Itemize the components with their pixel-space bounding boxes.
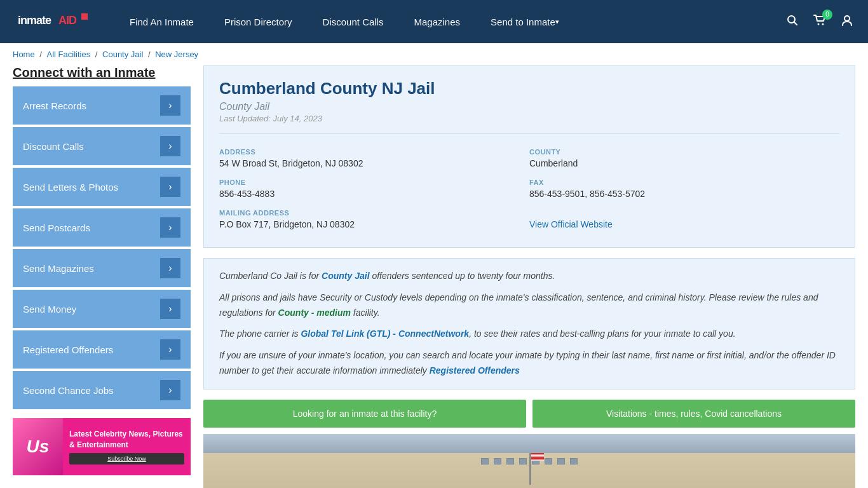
arrow-icon: › (160, 380, 180, 400)
sidebar-item-send-letters[interactable]: Send Letters & Photos › (13, 168, 191, 206)
breadcrumb-state[interactable]: New Jersey (155, 50, 198, 59)
search-button[interactable] (784, 12, 801, 32)
fax-value: 856-453-9501, 856-453-5702 (529, 189, 832, 199)
svg-marker-3 (81, 13, 88, 20)
sidebar-title: Connect with an Inmate (13, 65, 191, 80)
arrow-icon: › (160, 339, 180, 360)
nav-send-to-inmate[interactable]: Send to Inmate (475, 0, 574, 43)
facility-type: County Jail (219, 101, 839, 112)
sidebar: Connect with an Inmate Arrest Records › … (13, 65, 191, 488)
sidebar-item-discount-calls[interactable]: Discount Calls › (13, 127, 191, 165)
user-button[interactable] (839, 12, 855, 32)
county-value: Cumberland (529, 158, 832, 168)
cart-button[interactable]: 0 (811, 12, 829, 32)
arrow-icon: › (160, 299, 180, 319)
sidebar-item-send-magazines[interactable]: Send Magazines › (13, 249, 191, 287)
description-para4: If you are unsure of your inmate's locat… (219, 348, 839, 379)
description-para2: All prisons and jails have Security or C… (219, 290, 839, 321)
sidebar-label: Second Chance Jobs (23, 385, 114, 396)
nav-links: Find An Inmate Prison Directory Discount… (114, 0, 784, 43)
main-layout: Connect with an Inmate Arrest Records › … (0, 65, 868, 488)
facility-info-grid: ADDRESS 54 W Broad St, Bridgeton, NJ 083… (219, 133, 839, 234)
search-icon (787, 15, 798, 26)
main-nav: inmate AID Find An Inmate Prison Directo… (0, 0, 868, 43)
county-label: COUNTY (529, 148, 832, 156)
nav-icons: 0 (784, 12, 855, 32)
sidebar-item-second-chance-jobs[interactable]: Second Chance Jobs › (13, 371, 191, 409)
sidebar-label: Send Postcards (23, 222, 90, 233)
arrow-icon: › (160, 136, 180, 156)
facility-card: Cumberland County NJ Jail County Jail La… (203, 65, 855, 248)
content-area: Cumberland County NJ Jail County Jail La… (203, 65, 855, 488)
arrow-icon: › (160, 258, 180, 278)
svg-text:AID: AID (58, 14, 77, 27)
county-jail-link[interactable]: County Jail (322, 271, 369, 281)
ad-text: Latest Celebrity News, Pictures & Entert… (63, 424, 191, 470)
fax-label: FAX (529, 179, 832, 186)
arrow-icon: › (160, 95, 180, 116)
phone-cell: PHONE 856-453-4883 (219, 173, 529, 204)
svg-point-8 (844, 16, 850, 21)
fax-cell: FAX 856-453-9501, 856-453-5702 (529, 173, 839, 204)
address-label: ADDRESS (219, 148, 522, 156)
sidebar-ad[interactable]: Us Latest Celebrity News, Pictures & Ent… (13, 418, 191, 475)
ad-subscribe-button[interactable]: Subscribe Now (69, 453, 184, 465)
phone-carrier-link[interactable]: Global Tel Link (GTL) - ConnectNetwork (301, 329, 469, 339)
mailing-cell: MAILING ADDRESS P.O Box 717, Bridgeton, … (219, 204, 529, 234)
facility-image (203, 434, 855, 488)
sidebar-item-registered-offenders[interactable]: Registered Offenders › (13, 330, 191, 369)
nav-prison-directory[interactable]: Prison Directory (209, 0, 308, 43)
registered-offenders-link[interactable]: Registered Offenders (430, 365, 520, 376)
website-cell: View Official Website (529, 204, 839, 234)
mailing-value: P.O Box 717, Bridgeton, NJ 08302 (219, 219, 522, 229)
breadcrumb-all-facilities[interactable]: All Facilities (47, 50, 91, 59)
nav-magazines[interactable]: Magazines (398, 0, 475, 43)
official-website-link[interactable]: View Official Website (529, 219, 613, 229)
address-cell: ADDRESS 54 W Broad St, Bridgeton, NJ 083… (219, 143, 529, 173)
breadcrumb: Home / All Facilities / County Jail / Ne… (0, 43, 868, 65)
arrow-icon: › (160, 177, 180, 197)
sidebar-label: Send Magazines (23, 263, 94, 274)
svg-point-7 (822, 23, 824, 25)
breadcrumb-county-jail[interactable]: County Jail (102, 50, 143, 59)
find-inmate-button[interactable]: Looking for an inmate at this facility? (203, 400, 526, 428)
description-para3: The phone carrier is Global Tel Link (GT… (219, 327, 839, 342)
facility-name: Cumberland County NJ Jail (219, 79, 839, 98)
sidebar-label: Send Money (23, 304, 76, 315)
breadcrumb-home[interactable]: Home (13, 50, 35, 59)
sidebar-label: Send Letters & Photos (23, 182, 118, 193)
sidebar-item-arrest-records[interactable]: Arrest Records › (13, 86, 191, 125)
logo[interactable]: inmate AID (13, 7, 89, 36)
flag-pole (529, 453, 531, 485)
mailing-label: MAILING ADDRESS (219, 209, 522, 217)
flag (531, 453, 544, 461)
cart-badge: 0 (822, 10, 832, 20)
svg-line-5 (794, 22, 797, 25)
facility-description: Cumberland Co Jail is for County Jail of… (203, 258, 855, 390)
phone-label: PHONE (219, 179, 522, 186)
sidebar-label: Discount Calls (23, 141, 84, 152)
ad-logo: Us (13, 418, 63, 475)
address-value: 54 W Broad St, Bridgeton, NJ 08302 (219, 158, 522, 168)
visitations-button[interactable]: Visitations - times, rules, Covid cancel… (532, 400, 855, 428)
nav-discount-calls[interactable]: Discount Calls (308, 0, 399, 43)
description-para1: Cumberland Co Jail is for County Jail of… (219, 269, 839, 284)
arrow-icon: › (160, 217, 180, 238)
sidebar-item-send-postcards[interactable]: Send Postcards › (13, 208, 191, 247)
sidebar-label: Registered Offenders (23, 344, 113, 355)
facility-updated: Last Updated: July 14, 2023 (219, 114, 839, 123)
county-cell: COUNTY Cumberland (529, 143, 839, 173)
user-icon (841, 15, 853, 26)
svg-point-6 (818, 23, 820, 25)
county-medium-link[interactable]: County - medium (278, 308, 351, 318)
phone-value: 856-453-4883 (219, 189, 522, 199)
nav-find-inmate[interactable]: Find An Inmate (114, 0, 209, 43)
sidebar-label: Arrest Records (23, 100, 86, 111)
svg-text:inmate: inmate (18, 14, 51, 27)
sidebar-item-send-money[interactable]: Send Money › (13, 290, 191, 328)
action-buttons: Looking for an inmate at this facility? … (203, 400, 855, 428)
